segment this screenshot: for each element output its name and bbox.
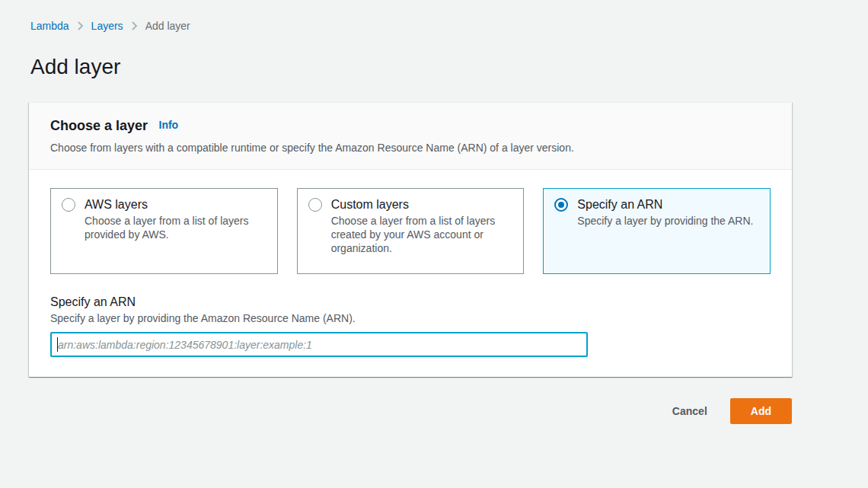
chevron-right-icon [77,21,84,30]
card-description: Choose from layers with a compatible run… [50,140,771,155]
arn-input-wrap [50,332,588,357]
info-link[interactable]: Info [159,119,179,131]
text-caret [57,337,58,352]
tile-label: AWS layers [85,198,148,212]
tile-specify-arn[interactable]: Specify an ARN Specify a layer by provid… [543,188,771,274]
breadcrumb-current: Add layer [145,20,190,32]
arn-form-field: Specify an ARN Specify a layer by provid… [50,295,771,357]
chevron-right-icon [131,21,138,30]
tile-head: Specify an ARN [554,198,759,212]
radio-aws-layers[interactable] [62,198,75,212]
tile-description: Specify a layer by providing the ARN. [577,214,759,228]
tile-label: Custom layers [331,198,409,212]
breadcrumb: Lambda Layers Add layer [30,20,868,32]
form-actions: Cancel Add [29,398,792,424]
card-title: Choose a layer [50,118,148,133]
card-body: AWS layers Choose a layer from a list of… [29,170,792,377]
choose-layer-card: Choose a layer Info Choose from layers w… [29,102,792,377]
tile-label: Specify an ARN [577,198,662,212]
radio-custom-layers[interactable] [308,198,322,212]
tile-aws-layers[interactable]: AWS layers Choose a layer from a list of… [50,188,278,274]
arn-input[interactable] [50,332,588,357]
arn-field-description: Specify a layer by providing the Amazon … [50,312,771,324]
card-header: Choose a layer Info Choose from layers w… [29,103,792,170]
breadcrumb-link-layers[interactable]: Layers [91,20,123,32]
tile-head: AWS layers [62,198,266,212]
radio-specify-arn[interactable] [554,198,568,212]
add-button[interactable]: Add [730,398,792,424]
tile-custom-layers[interactable]: Custom layers Choose a layer from a list… [297,188,525,274]
tile-description: Choose a layer from a list of layers cre… [331,214,513,255]
tile-head: Custom layers [308,198,513,212]
cancel-button[interactable]: Cancel [672,405,707,417]
layer-source-options: AWS layers Choose a layer from a list of… [50,188,771,274]
arn-field-label: Specify an ARN [50,295,771,309]
tile-description: Choose a layer from a list of layers pro… [85,214,266,241]
breadcrumb-link-lambda[interactable]: Lambda [30,20,69,32]
page-title: Add layer [30,55,868,79]
